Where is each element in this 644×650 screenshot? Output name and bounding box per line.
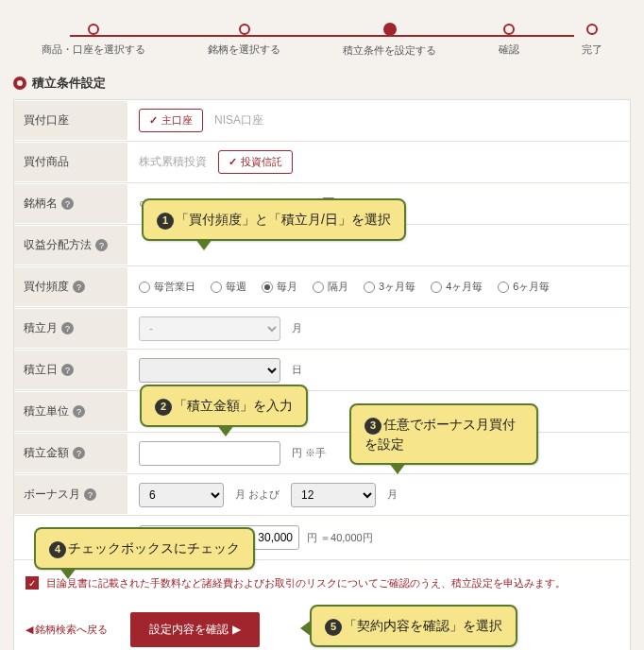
freq-opt-2[interactable]: 毎月 [262, 280, 297, 294]
freq-opt-0[interactable]: 毎営業日 [139, 280, 195, 294]
help-icon[interactable]: ? [73, 447, 85, 459]
bonus-month2-select[interactable]: 12 [291, 483, 376, 507]
agree-checkbox[interactable]: ✓ [25, 576, 39, 590]
label-issue: 銘柄名? [14, 184, 127, 223]
step-3: 積立条件を設定する [343, 23, 436, 58]
help-icon[interactable]: ? [61, 364, 74, 376]
help-icon[interactable]: ? [84, 488, 96, 501]
progress-stepper: 商品・口座を選択する 銘柄を選択する 積立条件を設定する 確認 完了 [13, 13, 631, 58]
amount-input[interactable] [139, 441, 280, 466]
month-select[interactable]: - [139, 316, 280, 341]
help-icon[interactable]: ? [95, 239, 108, 251]
back-link[interactable]: ◀銘柄検索へ戻る [25, 623, 108, 637]
help-icon[interactable]: ? [61, 197, 74, 210]
callout-5: 5「契約内容を確認」を選択 [310, 605, 517, 647]
label-account: 買付口座 [14, 101, 127, 140]
callout-2: 2「積立金額」を入力 [140, 385, 308, 427]
callout-1: 1「買付頻度」と「積立月/日」を選択 [142, 198, 406, 241]
freq-radio-group: 毎営業日 毎週 毎月 隔月 3ヶ月毎 4ヶ月毎 6ヶ月毎 [139, 280, 550, 294]
label-freq: 買付頻度? [14, 267, 127, 306]
help-icon[interactable]: ? [73, 405, 85, 418]
label-dist: 収益分配方法? [14, 226, 127, 265]
callout-3: 3任意でボーナス月買付を設定 [349, 403, 538, 465]
help-icon[interactable]: ? [73, 281, 85, 293]
label-amount: 積立金額? [14, 434, 127, 472]
account-main-button[interactable]: ✓主口座 [139, 109, 203, 132]
label-bonus: ボーナス月? [14, 475, 127, 514]
freq-opt-6[interactable]: 6ヶ月毎 [498, 280, 550, 294]
product-toushin-button[interactable]: ✓投資信託 [218, 150, 293, 174]
bonus-month1-select[interactable]: 6 [139, 483, 224, 507]
label-unit: 積立単位? [14, 392, 127, 431]
bonus-amount-suffix: 円 ＝40,000円 [307, 531, 373, 545]
label-product: 買付商品 [14, 143, 127, 181]
freq-opt-1[interactable]: 毎週 [211, 280, 246, 294]
freq-opt-5[interactable]: 4ヶ月毎 [431, 280, 483, 294]
step-1: 商品・口座を選択する [42, 24, 145, 57]
gear-icon [13, 77, 26, 90]
help-icon[interactable]: ? [61, 322, 74, 334]
step-5: 完了 [582, 24, 602, 57]
confirm-button[interactable]: 設定内容を確認▶ [130, 612, 260, 647]
step-4: 確認 [499, 24, 519, 57]
product-stock-option[interactable]: 株式累積投資 [139, 154, 207, 170]
account-nisa-option[interactable]: NISA口座 [214, 112, 263, 128]
step-2: 銘柄を選択する [208, 24, 280, 57]
freq-opt-3[interactable]: 隔月 [313, 280, 348, 294]
freq-opt-4[interactable]: 3ヶ月毎 [364, 280, 415, 294]
day-select[interactable] [139, 358, 280, 383]
label-month: 積立月? [14, 309, 127, 348]
callout-4: 4チェックボックスにチェック [34, 527, 255, 570]
label-day: 積立日? [14, 351, 127, 389]
agree-text: 目論見書に記載された手数料など諸経費およびお取引のリスクについてご確認のうえ、積… [46, 575, 566, 591]
section-heading: 積立条件設定 [13, 75, 631, 92]
